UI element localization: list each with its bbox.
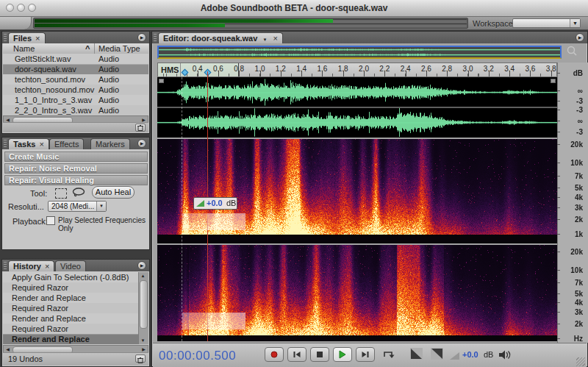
panel-grip[interactable]: [4, 34, 7, 41]
play-button[interactable]: [333, 347, 352, 362]
chevron-down-icon[interactable]: ▼: [262, 38, 267, 42]
column-media-type[interactable]: Media Type: [98, 44, 140, 53]
panel-grip[interactable]: [4, 140, 7, 147]
scale-label: -3: [558, 128, 583, 136]
file-row[interactable]: techton_sound.movAudio: [3, 74, 148, 85]
section-repair-noise-removal[interactable]: Repair: Noise Removal: [4, 163, 148, 174]
gain-unit: dB: [226, 198, 236, 209]
toolbar-left-stub: [0, 17, 32, 29]
column-name[interactable]: Name: [13, 44, 35, 53]
close-icon[interactable]: ×: [45, 262, 49, 271]
close-icon[interactable]: ×: [273, 34, 277, 43]
history-row[interactable]: Render and Replace: [3, 293, 139, 303]
file-row[interactable]: techton_nosound.movAudio: [3, 85, 148, 95]
close-icon[interactable]: ×: [35, 34, 40, 43]
scale-label: -3: [558, 97, 583, 105]
tab-markers[interactable]: Markers: [90, 138, 130, 149]
panel-menu-icon[interactable]: ▶: [137, 261, 146, 270]
history-vertical-scrollbar[interactable]: ▲ ▼: [138, 272, 148, 344]
master-gain-value[interactable]: +0.0: [462, 350, 478, 359]
frequency-selection-box-bottom[interactable]: [182, 313, 245, 329]
close-icon[interactable]: ×: [39, 140, 43, 149]
go-to-end-button[interactable]: [356, 347, 375, 362]
record-button[interactable]: [265, 347, 284, 362]
history-panel: History× Video ▶ Apply Gain To Selection…: [1, 259, 150, 367]
history-row[interactable]: Render and Replace: [3, 334, 139, 344]
waveform-corner-handle[interactable]: [159, 79, 164, 83]
scale-label: 7k: [558, 279, 583, 287]
resolution-dropdown[interactable]: 2048 (Medi... ▼: [48, 201, 107, 212]
scale-label: 1k: [558, 230, 583, 238]
volume-icon[interactable]: [498, 349, 513, 360]
panel-grip[interactable]: [4, 262, 7, 269]
section-repair-visual-healing[interactable]: Repair: Visual Healing: [4, 175, 148, 185]
undo-count: 19 Undos: [8, 353, 43, 366]
history-row[interactable]: Required Razor: [3, 303, 139, 313]
scale-label: 20k: [558, 140, 583, 149]
chevron-down-icon: ▼: [570, 19, 580, 27]
scale-label: dB: [558, 69, 583, 77]
timecode-display[interactable]: 00:00:00.500: [159, 349, 236, 363]
scroll-down-icon[interactable]: ▼: [139, 337, 147, 344]
play-selected-frequencies-checkbox[interactable]: [46, 216, 55, 225]
scale-label: 3k: [558, 204, 583, 212]
files-list: GetItStickIt.wavAudiodoor-squeak.wavAudi…: [3, 54, 148, 115]
tab-effects[interactable]: Effects: [49, 138, 84, 149]
tab-history[interactable]: History×: [8, 260, 54, 271]
app-window: Adobe Soundbooth BETA - door-squeak.wav …: [0, 0, 588, 367]
tab-editor[interactable]: Editor: door-squeak.wav ▼ ×: [158, 32, 283, 43]
gain-adjust-badge[interactable]: +0.0 dB: [193, 197, 237, 210]
scroll-up-icon[interactable]: ▲: [139, 272, 147, 279]
trash-icon[interactable]: [135, 354, 146, 363]
fade-out-icon[interactable]: [431, 348, 443, 360]
panel-grip[interactable]: [154, 34, 157, 41]
panel-menu-icon[interactable]: ▶: [137, 33, 146, 42]
fade-in-icon[interactable]: [410, 348, 423, 360]
master-gain-unit: dB: [484, 350, 493, 359]
marquee-selection-icon[interactable]: [55, 188, 67, 199]
tab-tasks[interactable]: Tasks×: [8, 138, 49, 149]
waveform-corner-handle[interactable]: [551, 79, 556, 83]
file-row[interactable]: 2_2_0_Intro_s_3.wavAudio: [3, 105, 148, 115]
gain-value[interactable]: +0.0: [207, 198, 223, 209]
loop-playback-icon[interactable]: [382, 349, 395, 360]
sort-ascending-icon: ^: [85, 44, 90, 53]
file-name: GetItStickIt.wav: [15, 54, 71, 64]
file-row[interactable]: GetItStickIt.wavAudio: [3, 54, 148, 64]
scale-label: 10k: [558, 266, 583, 274]
workspace-dropdown[interactable]: ▼: [512, 18, 581, 28]
window-resize-grip[interactable]: [576, 357, 585, 366]
lasso-icon[interactable]: [71, 188, 86, 198]
panel-menu-icon[interactable]: ▶: [137, 139, 146, 148]
progress-meter-fill-top: [35, 19, 333, 23]
amplitude-frequency-scale: dB∞-3-3∞-320k10k7k5k4k3k2k1k20k10k7k5k4k…: [557, 63, 588, 343]
file-media-type: Audio: [98, 54, 119, 64]
history-row[interactable]: Apply Gain To Selection (-0.8dB): [3, 272, 139, 282]
tab-files[interactable]: Files×: [8, 32, 46, 43]
section-create-music[interactable]: Create Music: [4, 152, 148, 162]
file-row[interactable]: 1_1_0_Intro_s_3.wavAudio: [3, 95, 148, 105]
scale-label: 4k: [558, 299, 583, 307]
file-row[interactable]: door-squeak.wavAudio: [3, 64, 148, 74]
overview-strip[interactable]: [157, 46, 562, 59]
column-divider[interactable]: [94, 43, 95, 54]
trash-icon[interactable]: [135, 124, 146, 132]
files-tabbar: Files× ▶: [2, 32, 149, 43]
history-row[interactable]: Required Razor: [3, 324, 139, 334]
record-icon: [271, 352, 278, 358]
scrollbar-thumb[interactable]: [140, 280, 148, 329]
tab-video[interactable]: Video: [55, 260, 86, 271]
history-row[interactable]: Render and Replace: [3, 313, 139, 324]
file-name: door-squeak.wav: [15, 64, 76, 74]
progress-meter-fill-bottom: [35, 24, 225, 27]
files-column-header[interactable]: Name ^ Media Type: [3, 43, 148, 54]
history-row[interactable]: Required Razor: [3, 282, 139, 293]
go-to-start-button[interactable]: [287, 347, 306, 362]
scale-label: 10k: [558, 159, 583, 167]
panel-menu-icon[interactable]: ▶: [576, 33, 584, 42]
toolbar: Workspace: ▼: [0, 17, 588, 30]
stop-button[interactable]: [310, 347, 329, 362]
frequency-selection-box-top[interactable]: [182, 213, 245, 230]
auto-heal-button[interactable]: Auto Heal: [92, 186, 135, 199]
zoom-tool-icon[interactable]: [566, 45, 578, 57]
